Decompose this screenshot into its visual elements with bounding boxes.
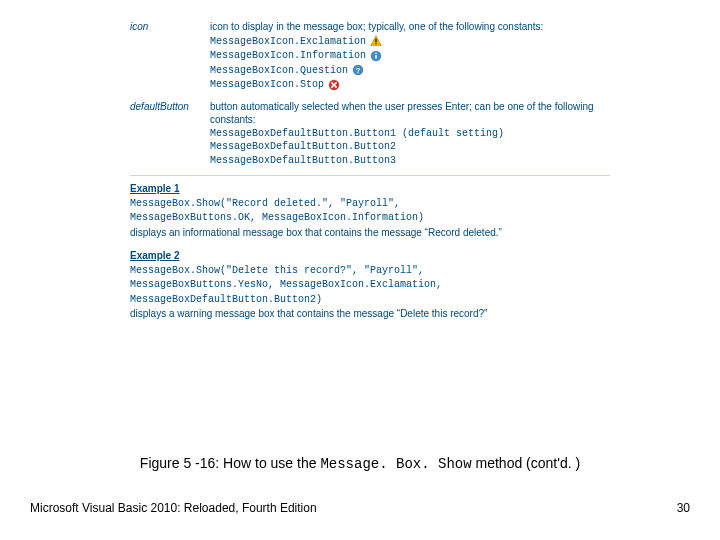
example-code-line: MessageBox.Show("Record deleted.", "Payr… — [130, 197, 610, 211]
svg-point-4 — [375, 52, 377, 54]
enum-line: MessageBoxIcon.Information — [210, 49, 610, 63]
param-body: button automatically selected when the u… — [210, 100, 610, 168]
example-heading: Example 1 — [130, 182, 610, 196]
svg-rect-1 — [375, 39, 376, 42]
figure-caption: Figure 5 -16: How to use the Message. Bo… — [0, 455, 720, 472]
example-code-line: MessageBoxButtons.OK, MessageBoxIcon.Inf… — [130, 211, 610, 225]
warning-icon — [370, 35, 382, 47]
enum-line: MessageBoxIcon.Stop — [210, 78, 610, 92]
caption-code: Message. Box. Show — [320, 456, 471, 472]
example-code-line: MessageBox.Show("Delete this record?", "… — [130, 264, 610, 278]
example-desc: displays an informational message box th… — [130, 226, 610, 240]
caption-suffix: method (cont'd. ) — [472, 455, 581, 471]
caption-prefix: Figure 5 -16: How to use the — [140, 455, 321, 471]
svg-rect-2 — [375, 43, 376, 44]
svg-text:?: ? — [356, 67, 360, 74]
enum-line: MessageBoxIcon.Question ? — [210, 64, 610, 78]
enum-code: MessageBoxDefaultButton.Button1 (default… — [210, 127, 610, 141]
param-body: icon to display in the message box; typi… — [210, 20, 610, 92]
enum-code: MessageBoxDefaultButton.Button2 — [210, 140, 610, 154]
svg-rect-5 — [375, 55, 377, 59]
param-label: defaultButton — [130, 100, 210, 168]
example-heading: Example 2 — [130, 249, 610, 263]
param-row-icon: icon icon to display in the message box;… — [130, 20, 610, 92]
enum-code: MessageBoxIcon.Exclamation — [210, 35, 366, 49]
page-number: 30 — [677, 501, 690, 515]
enum-code: MessageBoxIcon.Stop — [210, 78, 324, 92]
stop-icon — [328, 79, 340, 91]
param-row-defaultbutton: defaultButton button automatically selec… — [130, 100, 610, 168]
enum-code: MessageBoxIcon.Question — [210, 64, 348, 78]
param-label: icon — [130, 20, 210, 92]
enum-code: MessageBoxIcon.Information — [210, 49, 366, 63]
content-area: icon icon to display in the message box;… — [130, 20, 610, 321]
example-code-line: MessageBoxButtons.YesNo, MessageBoxIcon.… — [130, 278, 610, 292]
param-desc: icon to display in the message box; typi… — [210, 20, 610, 34]
example-desc: displays a warning message box that cont… — [130, 307, 610, 321]
footer-book-title: Microsoft Visual Basic 2010: Reloaded, F… — [30, 501, 317, 515]
info-icon — [370, 50, 382, 62]
enum-line: MessageBoxIcon.Exclamation — [210, 35, 610, 49]
question-icon: ? — [352, 64, 364, 76]
param-desc: button automatically selected when the u… — [210, 100, 610, 127]
enum-code: MessageBoxDefaultButton.Button3 — [210, 154, 610, 168]
example-code-line: MessageBoxDefaultButton.Button2) — [130, 293, 610, 307]
divider — [130, 175, 610, 176]
